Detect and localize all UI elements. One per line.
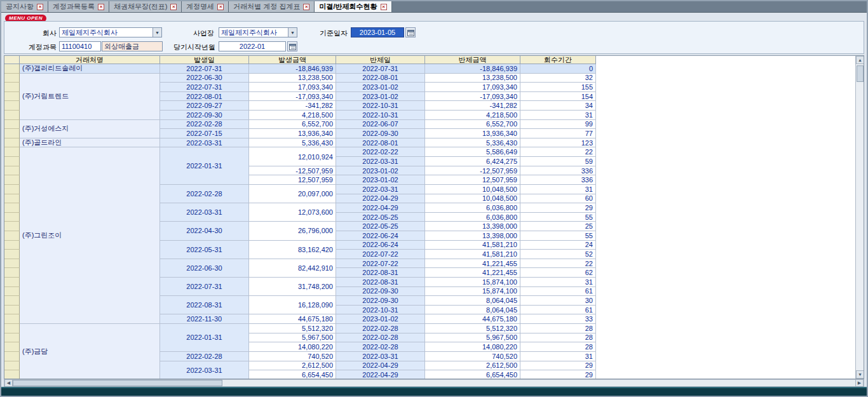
settle-amount-cell[interactable]: 6,424,275 [425,157,520,166]
occur-date-cell[interactable]: 2022-07-31 [160,83,249,92]
tab-6[interactable]: 미결/반제회수현황× [315,1,391,12]
chevron-down-icon[interactable]: ▼ [153,28,161,37]
row-selector-cell[interactable] [4,287,20,297]
occur-date-cell[interactable]: 2022-11-30 [160,314,249,324]
scroll-up-icon[interactable]: ▲ [856,56,864,64]
collect-days-cell[interactable]: 34 [520,101,596,111]
tab-close-icon[interactable]: × [170,4,177,10]
settle-amount-cell[interactable]: 41,221,455 [425,268,520,278]
row-selector-cell[interactable] [4,203,20,213]
settle-date-cell[interactable]: 2022-09-30 [336,296,425,306]
grid-corner-cell[interactable] [4,56,20,64]
collect-days-cell[interactable]: 30 [520,296,596,306]
collect-days-cell[interactable]: 77 [520,129,596,138]
customer-cell[interactable]: (주)거림트렌드 [20,74,160,120]
settle-date-cell[interactable]: 2022-10-31 [336,111,425,120]
settle-date-cell[interactable]: 2022-02-28 [336,342,425,352]
tab-close-icon[interactable]: × [98,4,104,10]
customer-cell[interactable]: (주)갤러리드솔레이 [20,64,160,74]
occur-amount-cell[interactable]: 6,654,450 [249,370,336,379]
row-selector-cell[interactable] [4,138,20,148]
settle-date-cell[interactable]: 2023-01-02 [336,166,425,176]
row-selector-cell[interactable] [4,268,20,278]
row-selector-cell[interactable] [4,120,20,130]
collect-days-cell[interactable]: 61 [520,287,596,297]
settle-amount-cell[interactable]: 4,218,500 [425,111,520,120]
occur-amount-cell[interactable]: 6,552,700 [249,120,336,130]
settle-date-cell[interactable]: 2022-07-22 [336,259,425,269]
row-selector-cell[interactable] [4,278,20,287]
occur-date-cell[interactable]: 2022-08-01 [160,92,249,102]
collect-days-cell[interactable]: 55 [520,213,596,222]
settle-amount-cell[interactable]: 6,552,700 [425,120,520,130]
settle-amount-cell[interactable]: 5,967,500 [425,333,520,343]
settle-amount-cell[interactable]: 5,512,320 [425,324,520,333]
collect-days-cell[interactable]: 52 [520,250,596,259]
collect-days-cell[interactable]: 28 [520,342,596,352]
occur-date-cell[interactable]: 2022-01-31 [160,147,249,184]
occur-amount-cell[interactable]: -18,846,939 [249,64,336,74]
column-header-4[interactable]: 반제일 [336,56,425,64]
row-selector-cell[interactable] [4,64,20,74]
scroll-right-icon[interactable]: ▶ [855,379,864,387]
settle-date-cell[interactable]: 2022-02-28 [336,333,425,343]
column-header-5[interactable]: 반제금액 [425,56,520,64]
collect-days-cell[interactable]: 25 [520,222,596,231]
occur-amount-cell[interactable]: 5,512,320 [249,324,336,333]
occur-amount-cell[interactable]: 12,073,600 [249,203,336,222]
occur-amount-cell[interactable]: 13,238,500 [249,74,336,83]
collect-days-cell[interactable]: 60 [520,194,596,204]
settle-date-cell[interactable]: 2023-01-02 [336,314,425,324]
settle-date-cell[interactable]: 2022-03-31 [336,185,425,194]
row-selector-cell[interactable] [4,111,20,120]
collect-days-cell[interactable]: 31 [520,352,596,361]
occur-amount-cell[interactable]: -341,282 [249,101,336,111]
settle-amount-cell[interactable]: 6,036,800 [425,203,520,213]
occur-amount-cell[interactable]: 13,936,340 [249,129,336,138]
occur-date-cell[interactable]: 2022-02-28 [160,185,249,203]
settle-date-cell[interactable]: 2022-02-28 [336,324,425,333]
occur-date-cell[interactable]: 2022-07-31 [160,64,249,74]
settle-date-cell[interactable]: 2022-06-07 [336,120,425,130]
row-selector-cell[interactable] [4,324,20,333]
occur-amount-cell[interactable]: 20,097,000 [249,185,336,203]
occur-amount-cell[interactable]: 44,675,180 [249,314,336,324]
tab-2[interactable]: 계정과목등록× [48,1,109,12]
collect-days-cell[interactable]: 99 [520,120,596,130]
column-header-3[interactable]: 발생금액 [249,56,336,64]
occur-date-cell[interactable]: 2022-09-27 [160,101,249,111]
occur-amount-cell[interactable]: 26,796,000 [249,222,336,240]
calendar-icon[interactable] [287,41,297,51]
collect-days-cell[interactable]: 33 [520,314,596,324]
settle-date-cell[interactable]: 2022-04-29 [336,361,425,371]
settle-date-cell[interactable]: 2022-09-30 [336,287,425,297]
occur-date-cell[interactable]: 2022-03-31 [160,361,249,380]
chevron-down-icon[interactable]: ▼ [288,28,297,37]
row-selector-cell[interactable] [4,333,20,343]
settle-date-cell[interactable]: 2022-08-01 [336,74,425,83]
settle-date-cell[interactable]: 2022-03-31 [336,352,425,361]
settle-date-cell[interactable]: 2022-10-31 [336,306,425,315]
settle-date-cell[interactable]: 2022-04-29 [336,370,425,379]
collect-days-cell[interactable]: 22 [520,259,596,269]
occur-amount-cell[interactable]: 12,507,959 [249,175,336,185]
settle-amount-cell[interactable]: 13,936,340 [425,129,520,138]
settle-amount-cell[interactable]: 13,238,500 [425,74,520,83]
collect-days-cell[interactable]: 29 [520,370,596,379]
collect-days-cell[interactable]: 28 [520,333,596,343]
collect-days-cell[interactable]: 62 [520,268,596,278]
scroll-left-icon[interactable]: ◀ [4,379,13,387]
customer-cell[interactable]: (주)골드라인 [20,138,160,148]
settle-amount-cell[interactable]: 14,080,220 [425,342,520,352]
tab-close-icon[interactable]: × [37,4,43,10]
collect-days-cell[interactable]: 31 [520,185,596,194]
tab-3[interactable]: 채권채무장(전표)× [109,1,182,12]
occur-amount-cell[interactable]: 17,093,340 [249,83,336,92]
row-selector-cell[interactable] [4,250,20,259]
row-selector-cell[interactable] [4,83,20,92]
collect-days-cell[interactable]: 59 [520,157,596,166]
occur-amount-cell[interactable]: 82,442,910 [249,259,336,278]
row-selector-cell[interactable] [4,306,20,315]
settle-amount-cell[interactable]: 41,581,210 [425,241,520,250]
collect-days-cell[interactable]: 29 [520,203,596,213]
